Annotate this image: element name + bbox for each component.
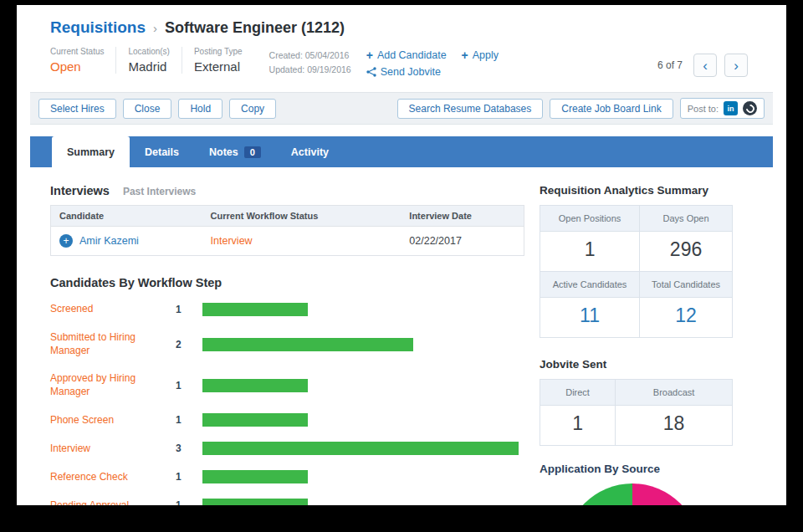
posting-type-value: External <box>194 59 243 74</box>
current-status-block: Current Status Open <box>50 47 116 74</box>
search-resume-databases-button[interactable]: Search Resume Databases <box>397 99 544 119</box>
requisition-meta-row: Current Status Open Location(s) Madrid P… <box>17 37 786 92</box>
workflow-step-count: 1 <box>176 499 202 505</box>
tab-notes-label: Notes <box>209 146 238 158</box>
interviews-table: Candidate Current Workflow Status Interv… <box>50 205 524 256</box>
linkedin-icon[interactable]: in <box>724 101 738 115</box>
analytics-summary-table: Open Positions Days Open 1 296 Active Ca… <box>540 205 733 338</box>
close-button[interactable]: Close <box>123 99 172 119</box>
workflow-bar <box>202 442 519 455</box>
active-candidates-header: Active Candidates <box>540 272 640 298</box>
workflow-row-approved: Approved by Hiring Manager 1 <box>50 372 524 398</box>
expand-candidate-icon[interactable]: + <box>59 234 73 248</box>
past-interviews-link[interactable]: Past Interviews <box>123 186 196 197</box>
active-candidates-value[interactable]: 11 <box>540 298 640 338</box>
quick-actions: + Add Candidate + Apply <box>366 47 499 82</box>
post-to-label: Post to: <box>688 104 719 114</box>
tab-notes[interactable]: Notes 0 <box>194 136 276 167</box>
days-open-header: Days Open <box>640 206 733 232</box>
workflow-bar <box>202 413 308 427</box>
broadcast-value: 18 <box>616 406 733 446</box>
workflow-row-phone-screen: Phone Screen 1 <box>50 413 524 427</box>
workflow-step-link[interactable]: Submitted to Hiring Manager <box>50 331 176 357</box>
plus-icon: + <box>462 49 468 62</box>
workflow-row-reference-check: Reference Check 1 <box>50 470 524 483</box>
copy-button[interactable]: Copy <box>229 99 276 119</box>
tab-bar: Summary Details Notes 0 Activity <box>30 136 773 167</box>
workflow-row-interview: Interview 3 <box>50 442 524 455</box>
requisition-page: Requisitions › Software Engineer (1212) … <box>17 5 786 505</box>
column-workflow-status: Current Workflow Status <box>202 206 402 227</box>
candidate-link[interactable]: Amir Kazemi <box>79 235 139 247</box>
location-block: Location(s) Madrid <box>128 47 182 74</box>
workflow-step-link[interactable]: Screened <box>50 303 176 316</box>
total-candidates-header: Total Candidates <box>640 272 733 298</box>
workflow-bar <box>202 338 413 351</box>
send-jobvite-label: Send Jobvite <box>381 66 441 78</box>
next-requisition-button[interactable]: › <box>724 54 748 77</box>
total-candidates-value[interactable]: 12 <box>640 298 733 338</box>
open-positions-value: 1 <box>540 232 640 272</box>
create-job-board-link-button[interactable]: Create Job Board Link <box>550 99 673 119</box>
tab-details[interactable]: Details <box>130 136 194 167</box>
workflow-step-link[interactable]: Interview <box>50 442 176 456</box>
open-positions-header: Open Positions <box>540 206 640 232</box>
dates-block: Created: 05/04/2016 Updated: 09/19/2016 <box>266 47 366 77</box>
location-value: Madrid <box>128 59 169 74</box>
share-icon <box>366 67 376 77</box>
interviews-header: Interviews Past Interviews <box>50 184 524 197</box>
requisition-pagination: 6 of 7 ‹ › <box>657 47 748 77</box>
current-status-label: Current Status <box>50 47 104 56</box>
workflow-step-count: 2 <box>176 339 202 350</box>
send-jobvite-link[interactable]: Send Jobvite <box>366 66 441 78</box>
jobvite-sent-title: Jobvite Sent <box>540 358 733 371</box>
direct-header: Direct <box>540 380 616 406</box>
application-source-pie: 25 % 25 % <box>565 483 700 505</box>
hold-button[interactable]: Hold <box>178 99 222 119</box>
tab-summary[interactable]: Summary <box>52 136 130 167</box>
workflow-row-screened: Screened 1 <box>50 303 524 316</box>
previous-requisition-button[interactable]: ‹ <box>693 54 717 77</box>
right-column: Requisition Analytics Summary Open Posit… <box>540 184 733 505</box>
workflow-chart-title: Candidates By Workflow Step <box>50 276 524 289</box>
apply-link[interactable]: + Apply <box>462 49 499 62</box>
workflow-step-count: 1 <box>176 471 202 483</box>
interview-row: + Amir Kazemi Interview 02/22/2017 <box>51 227 524 256</box>
summary-content: Interviews Past Interviews Candidate Cur… <box>17 167 786 505</box>
workflow-step-count: 1 <box>176 380 202 391</box>
workflow-status-link[interactable]: Interview <box>211 235 253 247</box>
workflow-bar <box>202 379 308 392</box>
tab-summary-label: Summary <box>67 146 115 158</box>
workflow-step-link[interactable]: Approved by Hiring Manager <box>50 372 176 398</box>
workflow-row-pending-approval: Pending Approval 1 <box>50 499 524 505</box>
analytics-summary-title: Requisition Analytics Summary <box>540 184 733 197</box>
created-date: Created: 05/04/2016 <box>269 49 351 63</box>
add-candidate-link[interactable]: + Add Candidate <box>366 49 447 62</box>
plus-icon: + <box>366 49 373 62</box>
location-label: Location(s) <box>128 47 169 56</box>
select-hires-button[interactable]: Select Hires <box>38 99 116 119</box>
workflow-step-link[interactable]: Phone Screen <box>50 414 176 427</box>
updated-date: Updated: 09/19/2016 <box>269 63 351 77</box>
page-title: Software Engineer (1212) <box>165 19 345 37</box>
screenshot-frame: Requisitions › Software Engineer (1212) … <box>0 0 803 532</box>
column-candidate: Candidate <box>51 206 202 227</box>
tab-activity-label: Activity <box>291 146 329 158</box>
jobvite-sent-table: Direct Broadcast 1 18 <box>540 379 733 446</box>
interview-date-value: 02/22/2017 <box>409 235 462 247</box>
workflow-step-link[interactable]: Reference Check <box>50 471 176 484</box>
broadcast-header: Broadcast <box>616 380 733 406</box>
breadcrumb-requisitions-link[interactable]: Requisitions <box>50 18 146 37</box>
breadcrumb-separator-icon: › <box>153 21 157 35</box>
apply-label: Apply <box>473 49 499 61</box>
tab-details-label: Details <box>145 146 179 158</box>
posting-type-label: Posting Type <box>194 47 243 56</box>
job-board-network-icon[interactable] <box>743 101 757 115</box>
workflow-bar <box>202 303 308 316</box>
toolbar-right-group: Search Resume Databases Create Job Board… <box>397 98 765 119</box>
chevron-right-icon: › <box>734 59 739 73</box>
tab-activity[interactable]: Activity <box>276 136 344 167</box>
pagination-count: 6 of 7 <box>657 59 683 71</box>
workflow-step-link[interactable]: Pending Approval <box>50 499 176 505</box>
workflow-step-count: 1 <box>176 304 202 315</box>
